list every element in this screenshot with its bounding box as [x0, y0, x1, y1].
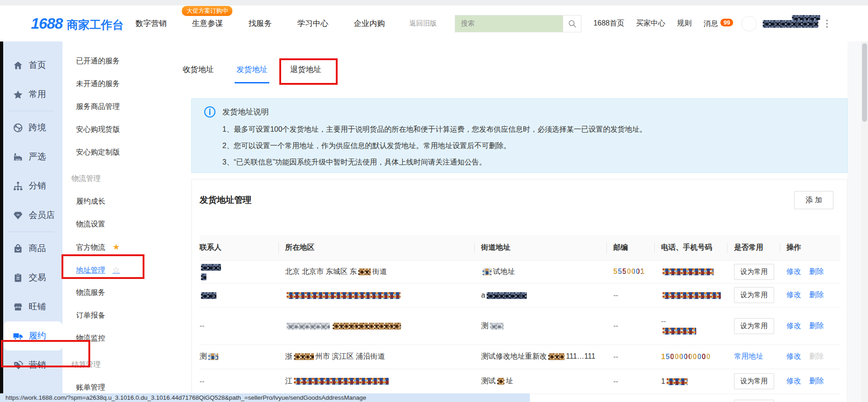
favorite-star-outline-icon[interactable]: ☆ [113, 265, 120, 274]
search-button[interactable] [563, 15, 581, 32]
sidebar-item-strict-select[interactable]: 严选 [0, 142, 62, 171]
search-box: 搜索 [455, 15, 581, 32]
body: 首页 常用 跨境 严选 分销 会员店 [0, 41, 868, 402]
submenu-fulfillment-growth[interactable]: 履约成长 [62, 190, 177, 213]
cell-text: 江 [285, 377, 293, 385]
messages-label: 消息 [704, 20, 718, 27]
cell-text: 浙 [285, 352, 293, 360]
sidebar-item-label: 分销 [29, 180, 46, 192]
submenu-anxin-custom[interactable]: 安心购定制版 [62, 141, 177, 164]
username-censored [761, 19, 820, 28]
link-buyer-center[interactable]: 买家中心 [636, 19, 665, 28]
edit-link[interactable]: 修改 [786, 291, 801, 299]
submenu-service-product-mgmt[interactable]: 服务商品管理 [62, 95, 177, 118]
censored-mosaic [201, 264, 221, 271]
censored-mosaic [201, 292, 216, 299]
set-default-button[interactable]: 设为常用 [734, 373, 774, 389]
col-default: 是否常用 [727, 235, 780, 260]
table-row: a--设为常用修改删除 [200, 283, 840, 307]
nav-enterprise-purchase[interactable]: 企业内购 [354, 18, 385, 29]
link-rules[interactable]: 规则 [677, 19, 692, 28]
censored-mosaic [201, 273, 206, 280]
globe-icon [13, 123, 23, 133]
tab-shipping-address[interactable]: 发货地址 [235, 59, 269, 83]
set-default-button[interactable]: 设为常用 [734, 400, 774, 402]
edit-link[interactable]: 修改 [786, 322, 801, 330]
sidebar-item-label: 首页 [29, 59, 46, 71]
logo-1688[interactable]: 1688 商家工作台 [31, 15, 123, 32]
notice-line-2: 2、您可以设置一个常用地址，作为供应信息的默认发货地址。常用地址设置后不可删除。 [222, 138, 847, 154]
clipboard-icon [13, 273, 23, 283]
submenu-address-management[interactable]: 地址管理☆ [62, 258, 177, 281]
cell-text: 111…111 [566, 352, 596, 360]
sidebar-item-marketing[interactable]: 营销 [0, 350, 62, 380]
cell-text: 5550001 [613, 268, 645, 275]
link-1688-home[interactable]: 1688首页 [593, 19, 624, 28]
tab-receiving-address[interactable]: 收货地址 [181, 59, 216, 83]
nav-find-services[interactable]: 找服务 [248, 18, 272, 29]
info-icon [204, 106, 216, 118]
sidebar-item-favorites[interactable]: 常用 [0, 80, 62, 109]
sidebar-item-member-store[interactable]: 会员店 [0, 201, 62, 230]
sidebar-item-crossborder[interactable]: 跨境 [0, 113, 62, 142]
header-links: 1688首页 买家中心 规则 消息99 [593, 19, 733, 29]
set-default-button[interactable]: 设为常用 [734, 287, 774, 303]
edit-link[interactable]: 修改 [786, 352, 801, 360]
favorite-star-filled-icon[interactable]: ★ [113, 242, 120, 252]
gem-icon [13, 210, 23, 221]
submenu-unopened-services[interactable]: 未开通的服务 [62, 72, 177, 95]
seller-workbench-page: 1688 商家工作台 数字营销 大促方案订购中 生意参谋 找服务 学习中心 企业… [0, 0, 868, 402]
sidebar-item-products[interactable]: 商品 [0, 234, 62, 263]
submenu-official-logistics[interactable]: 官方物流★ [62, 236, 177, 258]
cell-text: 1 [661, 377, 665, 385]
edit-link[interactable]: 修改 [786, 377, 801, 385]
sidebar-item-distribution[interactable]: 分销 [0, 171, 62, 201]
sidebar-item-fulfillment[interactable]: 履约 [4, 321, 62, 350]
submenu-item-label: 地址管理 [76, 266, 105, 274]
nav-digital-marketing[interactable]: 数字营销 [135, 18, 166, 29]
delete-link[interactable]: 删除 [809, 291, 824, 299]
default-address-link[interactable]: 常用地址 [734, 352, 763, 360]
sidebar-item-storefront[interactable]: 旺铺 [0, 292, 62, 321]
link-messages[interactable]: 消息99 [704, 19, 733, 29]
set-default-button[interactable]: 设为常用 [734, 264, 774, 280]
cell-text: -- [613, 377, 618, 385]
factory-icon [13, 152, 23, 162]
submenu-logistics-services[interactable]: 物流服务 [62, 281, 177, 304]
submenu-logistics-settings[interactable]: 物流设置 [62, 213, 177, 236]
tab-return-address[interactable]: 退货地址 [288, 59, 323, 83]
nav-business-advisor[interactable]: 大促方案订购中 生意参谋 [192, 18, 223, 29]
search-icon [568, 19, 577, 28]
search-input[interactable]: 搜索 [455, 15, 563, 32]
cell-text: 街道 [372, 268, 387, 275]
bag-icon [13, 243, 23, 254]
censored-mosaic [497, 378, 504, 385]
sidebar-item-label: 跨境 [29, 122, 46, 134]
cell-text: -- [200, 322, 205, 330]
main-content: 收货地址 发货地址 退货地址 发货地址说明 1、最多可设置100个发货地址，主要… [177, 41, 868, 402]
edit-link[interactable]: 修改 [786, 268, 801, 275]
add-address-button[interactable]: 添 加 [794, 191, 833, 209]
sidebar-item-home[interactable]: 首页 [0, 51, 62, 80]
sidebar-item-label: 交易 [29, 272, 46, 283]
section-title: 发货地址管理 [200, 194, 252, 206]
more-menu-icon[interactable] [826, 20, 828, 28]
scrollbar-thumb[interactable] [862, 43, 867, 122]
delete-link[interactable]: 删除 [809, 322, 824, 330]
delete-link[interactable]: 删除 [809, 268, 824, 275]
page-scrollbar[interactable] [861, 41, 868, 402]
cell-text: 测 [200, 352, 207, 360]
submenu-anxin-spot[interactable]: 安心购现货版 [62, 118, 177, 141]
nav-learning-center[interactable]: 学习中心 [297, 18, 328, 29]
submenu-opened-services[interactable]: 已开通的服务 [62, 50, 177, 72]
sidebar-item-trade[interactable]: 交易 [0, 263, 62, 292]
line-break [661, 325, 727, 327]
col-contact: 联系人 [200, 235, 278, 260]
avatar[interactable] [741, 16, 757, 31]
submenu-order-report[interactable]: 订单报备 [62, 304, 177, 327]
set-default-button[interactable]: 设为常用 [734, 318, 774, 334]
delete-link[interactable]: 删除 [809, 377, 824, 385]
submenu-logistics-monitor[interactable]: 物流监控 [62, 327, 177, 350]
back-to-old-link[interactable]: 返回旧版 [409, 19, 437, 28]
top-strip [0, 0, 868, 5]
